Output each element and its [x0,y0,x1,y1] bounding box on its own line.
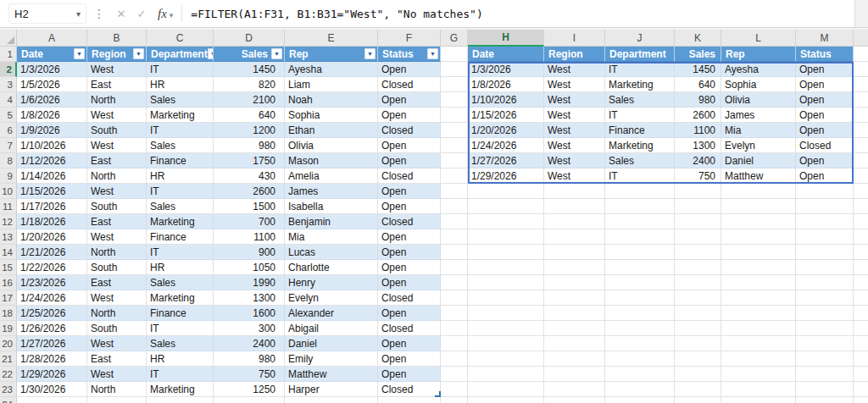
cell-F6[interactable]: Closed [378,123,441,138]
cell-M20[interactable] [796,336,854,351]
cell-A18[interactable]: 1/25/2026 [17,306,87,321]
cell-D13[interactable]: 1100 [214,229,285,245]
cell-F11[interactable]: Open [378,199,441,214]
cell-C6[interactable]: IT [147,123,214,138]
cell-D23[interactable]: 1250 [214,382,285,397]
cell-F13[interactable]: Open [378,229,441,245]
cell-D9[interactable]: 430 [214,168,285,184]
cell-G11[interactable] [441,199,468,214]
cell-L11[interactable] [721,199,796,214]
select-all-button[interactable] [0,30,17,47]
column-header-C[interactable]: C [147,30,214,47]
cell-D15[interactable]: 1050 [214,260,285,275]
cell-B21[interactable]: East [87,351,147,367]
cell-H17[interactable] [468,290,544,306]
cell-A13[interactable]: 1/20/2026 [17,229,87,245]
cell-K1[interactable]: Sales [675,47,721,62]
cell-A8[interactable]: 1/12/2026 [17,153,87,168]
cell-F19[interactable]: Closed [378,321,441,336]
cell-E3[interactable]: Liam [285,77,378,92]
cell-B16[interactable]: East [87,275,147,290]
cell-H5[interactable]: 1/15/2026 [468,108,544,123]
cell-I10[interactable] [544,184,605,199]
cell-I16[interactable] [544,275,605,290]
cell-H19[interactable] [468,321,544,336]
cell-K5[interactable]: 2600 [675,108,721,123]
cell-I5[interactable]: West [544,108,605,123]
cell-E10[interactable]: James [285,184,378,199]
cell-H3[interactable]: 1/8/2026 [468,77,544,92]
cell-C19[interactable]: IT [147,321,214,336]
cell-J10[interactable] [605,184,675,199]
row-header-5[interactable]: 5 [0,108,17,123]
cell-M24[interactable] [796,397,854,403]
cell-D17[interactable]: 1300 [214,290,285,306]
cell-K22[interactable] [675,367,721,382]
cell-B6[interactable]: South [87,123,147,138]
cell-H7[interactable]: 1/24/2026 [468,138,544,153]
cell-B13[interactable]: West [87,229,147,245]
cell-F17[interactable]: Closed [378,290,441,306]
cell-D21[interactable]: 980 [214,351,285,367]
cell-C5[interactable]: Marketing [147,108,214,123]
cell-M3[interactable]: Open [796,77,854,92]
cell-L4[interactable]: Olivia [721,92,796,108]
cell-E11[interactable]: Isabella [285,199,378,214]
row-header-22[interactable]: 22 [0,367,17,382]
cell-G21[interactable] [441,351,468,367]
cell-A10[interactable]: 1/15/2026 [17,184,87,199]
cell-I8[interactable]: West [544,153,605,168]
column-header-G[interactable]: G [441,30,468,47]
cell-A3[interactable]: 1/5/2026 [17,77,87,92]
cell-L5[interactable]: James [721,108,796,123]
cell-A22[interactable]: 1/29/2026 [17,367,87,382]
cell-C4[interactable]: Sales [147,92,214,108]
cell-F10[interactable]: Open [378,184,441,199]
cell-D11[interactable]: 1500 [214,199,285,214]
cell-C1[interactable]: Department▼ [147,47,214,62]
cell-H2[interactable]: 1/3/2026 [468,62,544,77]
cell-J4[interactable]: Sales [605,92,675,108]
cell-J20[interactable] [605,336,675,351]
cell-J2[interactable]: IT [605,62,675,77]
cell-L23[interactable] [721,382,796,397]
cell-F20[interactable]: Open [378,336,441,351]
cell-H16[interactable] [468,275,544,290]
cell-E23[interactable]: Harper [285,382,378,397]
cell-C14[interactable]: IT [147,245,214,260]
cell-J15[interactable] [605,260,675,275]
cell-A6[interactable]: 1/9/2026 [17,123,87,138]
cell-L21[interactable] [721,351,796,367]
cell-E18[interactable]: Alexander [285,306,378,321]
cell-E2[interactable]: Ayesha [285,62,378,77]
cell-A17[interactable]: 1/24/2026 [17,290,87,306]
cell-K21[interactable] [675,351,721,367]
cell-M13[interactable] [796,229,854,245]
cell-C20[interactable]: Sales [147,336,214,351]
cell-L9[interactable]: Matthew [721,168,796,184]
row-header-16[interactable]: 16 [0,275,17,290]
cell-J22[interactable] [605,367,675,382]
cell-D2[interactable]: 1450 [214,62,285,77]
cell-J5[interactable]: IT [605,108,675,123]
cell-K23[interactable] [675,382,721,397]
filter-button[interactable]: ▼ [208,48,214,59]
cell-J16[interactable] [605,275,675,290]
cell-L6[interactable]: Mia [721,123,796,138]
cell-M2[interactable]: Open [796,62,854,77]
cell-M5[interactable]: Open [796,108,854,123]
cell-H11[interactable] [468,199,544,214]
cell-M6[interactable]: Open [796,123,854,138]
cell-D18[interactable]: 1600 [214,306,285,321]
cell-H13[interactable] [468,229,544,245]
cell-C17[interactable]: Marketing [147,290,214,306]
cell-L20[interactable] [721,336,796,351]
chevron-down-icon[interactable]: ▾ [76,9,81,19]
cell-L19[interactable] [721,321,796,336]
cell-B20[interactable]: West [87,336,147,351]
cell-E5[interactable]: Sophia [285,108,378,123]
cell-K24[interactable] [675,397,721,403]
cell-I1[interactable]: Region [544,47,605,62]
cell-J1[interactable]: Department [605,47,675,62]
cell-L24[interactable] [721,397,796,403]
